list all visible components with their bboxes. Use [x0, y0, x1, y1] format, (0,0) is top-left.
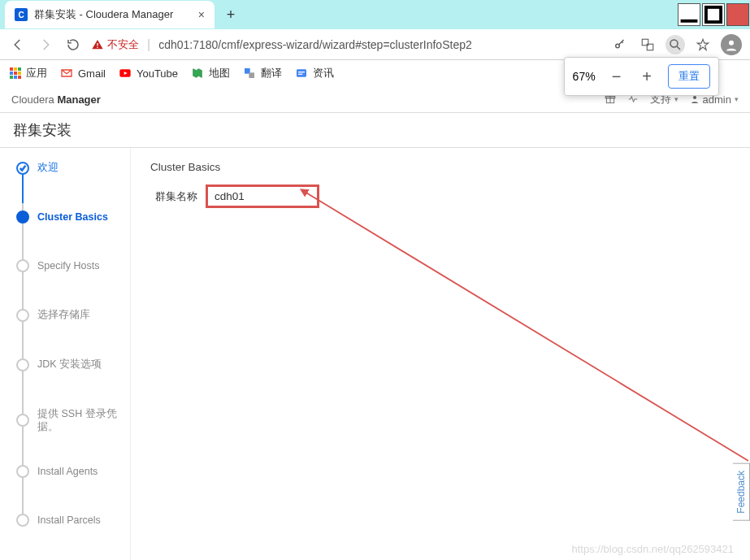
news-icon [295, 67, 308, 80]
cluster-name-label: 群集名称 [150, 189, 197, 204]
svg-line-8 [677, 46, 680, 50]
browser-tab[interactable]: C 群集安装 - Cloudera Manager × [5, 1, 215, 28]
page-title: 群集安装 [0, 113, 750, 148]
zoom-value: 67% [573, 70, 596, 83]
step-cluster-basics[interactable]: Cluster Basics [16, 211, 122, 224]
watermark: https://blog.csdn.net/qq262593421 [572, 543, 735, 555]
step-welcome[interactable]: 欢迎 [16, 161, 122, 175]
step-specify-hosts[interactable]: Specify Hosts [16, 259, 122, 272]
back-icon[interactable] [8, 35, 28, 54]
brand-label[interactable]: Cloudera Manager [11, 93, 101, 106]
zoom-icon[interactable] [665, 35, 685, 54]
reload-icon[interactable] [63, 35, 83, 54]
gmail-icon [60, 67, 73, 80]
svg-rect-3 [97, 46, 98, 47]
translate-icon[interactable] [638, 35, 657, 54]
translate-bm-icon [243, 67, 256, 80]
svg-rect-12 [249, 72, 254, 78]
apps-grid-icon [10, 67, 21, 79]
zoom-in-button[interactable]: + [637, 67, 657, 86]
feedback-tab[interactable]: Feedback [733, 463, 750, 521]
cluster-name-input[interactable] [206, 184, 319, 208]
zoom-popup: 67% − + 重置 [564, 57, 719, 96]
youtube-icon [119, 67, 132, 80]
bookmark-news[interactable]: 资讯 [295, 66, 334, 80]
window-maximize-button[interactable] [702, 3, 725, 26]
apps-button[interactable]: 应用 [10, 66, 47, 80]
step-bullet-active [16, 211, 29, 224]
svg-point-19 [693, 96, 696, 99]
step-select-repo[interactable]: 选择存储库 [16, 308, 122, 322]
step-ssh[interactable]: 提供 SSH 登录凭据。 [16, 407, 122, 434]
tab-title: 群集安装 - Cloudera Manager [34, 7, 193, 22]
step-bullet-completed [16, 162, 29, 175]
window-minimize-button[interactable] [678, 3, 700, 26]
bookmark-gmail[interactable]: Gmail [60, 67, 106, 80]
svg-rect-15 [298, 74, 302, 75]
step-jdk[interactable]: JDK 安装选项 [16, 358, 122, 371]
bookmark-maps[interactable]: 地图 [191, 66, 230, 80]
svg-rect-1 [706, 7, 721, 22]
star-icon[interactable] [693, 35, 713, 54]
bookmark-translate[interactable]: 翻译 [243, 66, 282, 80]
step-install-parcels[interactable]: Install Parcels [16, 514, 122, 527]
cloudera-favicon: C [15, 8, 28, 21]
svg-point-9 [729, 40, 734, 45]
wizard-steps: 欢迎 Cluster Basics Specify Hosts 选择存储库 JD… [0, 148, 130, 560]
forward-icon[interactable] [36, 35, 55, 54]
svg-rect-14 [298, 72, 305, 72]
maps-icon [191, 67, 204, 80]
section-title: Cluster Basics [150, 161, 730, 173]
close-tab-icon[interactable]: × [198, 8, 205, 21]
svg-rect-2 [97, 43, 98, 46]
svg-line-20 [305, 192, 748, 461]
step-install-agents[interactable]: Install Agents [16, 465, 122, 478]
window-close-button[interactable] [726, 3, 749, 26]
svg-point-7 [670, 40, 678, 47]
url-text[interactable]: cdh01:7180/cmf/express-wizard/wizard#ste… [158, 38, 602, 51]
zoom-reset-button[interactable]: 重置 [668, 64, 710, 89]
new-tab-button[interactable]: + [219, 3, 242, 26]
insecure-label: 不安全 [107, 37, 139, 52]
annotation-arrow [293, 180, 750, 522]
bookmark-youtube[interactable]: YouTube [119, 67, 178, 80]
profile-icon[interactable] [721, 34, 742, 55]
apps-label: 应用 [26, 66, 47, 80]
insecure-warning[interactable]: 不安全 [91, 37, 139, 52]
svg-rect-13 [297, 69, 306, 76]
zoom-out-button[interactable]: − [607, 67, 626, 86]
key-icon[interactable] [610, 35, 630, 54]
